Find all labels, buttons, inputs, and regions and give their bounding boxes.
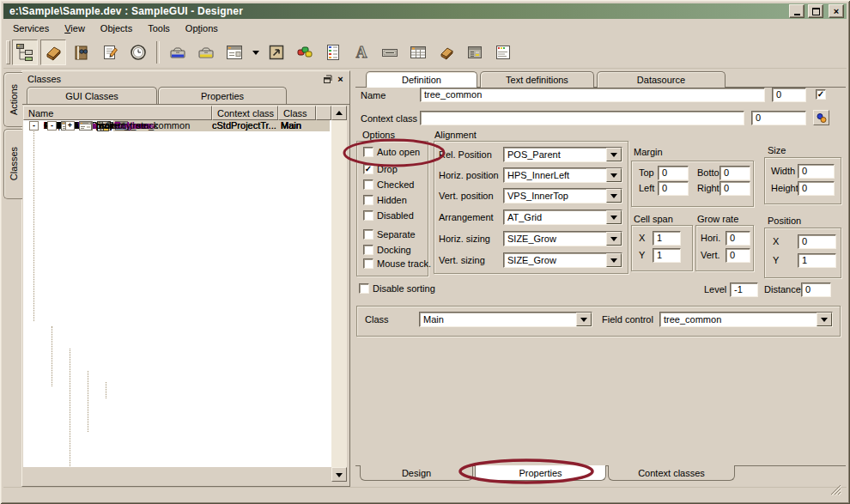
toolbar-dropdown-button[interactable] (250, 40, 261, 64)
menu-item-tools[interactable]: Tools (140, 21, 178, 35)
combo-class[interactable]: Main (419, 312, 592, 327)
toolbar-button-class-tree[interactable] (12, 39, 38, 65)
combo-dropdown-button[interactable] (606, 189, 622, 203)
position-input-y[interactable]: 1 (798, 253, 836, 268)
size-input-width[interactable]: 0 (798, 164, 835, 179)
close-button[interactable]: × (829, 4, 844, 18)
collapse-minus-icon[interactable]: - (47, 121, 57, 131)
checkbox-disable-sorting[interactable] (359, 283, 369, 294)
toolbar-button-grid-window[interactable] (462, 39, 488, 65)
resize-grip-icon[interactable] (830, 484, 841, 495)
scrollbar-track[interactable] (331, 120, 347, 467)
bottom-tab-context-classes[interactable]: Context classes (608, 465, 735, 481)
combo-horiz-sizing[interactable]: SIZE_Grow (503, 231, 622, 246)
toolbar-button-colors[interactable] (292, 39, 318, 65)
toolbar-button-zoom-window[interactable] (264, 39, 289, 65)
context-class-picker-button[interactable] (813, 110, 829, 125)
tab-text-definitions[interactable]: Text definitions (480, 71, 594, 88)
checkbox-hidden[interactable] (363, 195, 373, 205)
combo-vert-position[interactable]: VPS_InnerTop (503, 188, 622, 203)
toolbar-button-table[interactable] (405, 39, 431, 65)
collapse-minus-icon[interactable]: - (29, 121, 39, 131)
panel-tab-properties[interactable]: Properties (158, 87, 287, 104)
margin-input-right[interactable]: 0 (719, 181, 750, 196)
combo-dropdown-button[interactable] (576, 313, 592, 326)
maximize-button[interactable] (808, 4, 823, 18)
float-panel-button[interactable] (321, 73, 334, 85)
minimize-button[interactable] (789, 4, 804, 18)
close-panel-button[interactable]: × (334, 73, 347, 85)
toolbar-button-clock[interactable] (125, 39, 151, 65)
toolbar-button-eraser-small[interactable] (434, 39, 459, 65)
checkbox-checked[interactable] (363, 179, 373, 190)
toolbar-button-dialog-window[interactable] (490, 39, 516, 65)
field-control-label: Field control (602, 314, 653, 325)
combo-arrangement[interactable]: AT_Grid (503, 209, 622, 225)
toolbar-button-form-window-lg[interactable] (222, 39, 247, 65)
edit-document-icon (100, 43, 119, 62)
grow-rate-input-hori[interactable]: 0 (726, 231, 750, 246)
column-header-class[interactable]: Class (278, 106, 316, 120)
toolbar-button-eraser[interactable] (40, 39, 66, 65)
name-checkbox[interactable]: ✓ (816, 89, 826, 100)
combo-horiz-position[interactable]: HPS_InnerLeft (503, 167, 622, 183)
toolbar-button-drawer-yellow[interactable] (193, 39, 219, 65)
toolbar-button-drawer-blue[interactable] (165, 39, 191, 65)
combo-vert-sizing[interactable]: SIZE_Grow (503, 252, 622, 268)
checkbox-disabled[interactable] (363, 210, 373, 221)
combo-dropdown-button[interactable] (817, 313, 832, 326)
margin-input-left[interactable]: 0 (658, 181, 689, 196)
menu-item-services[interactable]: Services (5, 21, 57, 35)
tree-guide-line (33, 125, 34, 321)
combo-dropdown-button[interactable] (606, 148, 622, 161)
combo-dropdown-button[interactable] (606, 232, 622, 246)
bottom-tab-properties[interactable]: Properties (475, 465, 606, 481)
grow-rate-input-vert[interactable]: 0 (726, 248, 750, 263)
margin-input-bottom[interactable]: 0 (719, 166, 750, 180)
scroll-down-button[interactable] (331, 467, 347, 482)
column-header-name[interactable]: Name (23, 106, 212, 120)
checkbox-separate[interactable] (363, 229, 373, 240)
grow-rate-group-title: Grow rate (697, 214, 738, 224)
expand-plus-icon[interactable]: + (65, 121, 75, 131)
dock-tab-classes[interactable]: Classes (3, 129, 22, 199)
combo-field-control[interactable]: tree_common (659, 312, 833, 327)
combo-dropdown-button[interactable] (606, 168, 622, 182)
combo-dropdown-button[interactable] (606, 210, 622, 224)
toolbar-gripper[interactable] (6, 40, 10, 64)
toolbar-button-report[interactable] (320, 39, 346, 65)
toolbar-button-font-a[interactable]: A (349, 39, 374, 65)
context-number-input[interactable]: 0 (751, 111, 806, 125)
checkbox-mouse-track[interactable] (363, 258, 373, 269)
toolbar-button-button-widget-lg[interactable] (377, 39, 403, 65)
position-input-x[interactable]: 0 (798, 234, 836, 249)
name-input[interactable]: tree_common (420, 88, 765, 102)
cell-span-input-y[interactable]: 1 (653, 248, 681, 263)
dock-tab-actions[interactable]: Actions (3, 72, 22, 127)
checkbox-auto-open[interactable] (363, 147, 373, 157)
combo-dropdown-button[interactable] (606, 253, 622, 267)
menu-item-options[interactable]: Options (178, 21, 226, 35)
scroll-up-button[interactable] (331, 106, 347, 120)
tab-datasource[interactable]: Datasource (597, 71, 726, 88)
menu-item-view[interactable]: View (57, 21, 93, 35)
checkbox-drop[interactable]: ✓ (363, 164, 373, 174)
column-header-context-class[interactable]: Context class (212, 106, 278, 120)
panel-tab-gui-classes[interactable]: GUI Classes (27, 87, 157, 104)
tab-definition[interactable]: Definition (366, 71, 477, 88)
cell-span-input-x[interactable]: 1 (653, 231, 681, 246)
level-input[interactable]: -1 (730, 282, 758, 297)
name-number-input[interactable]: 0 (772, 88, 806, 102)
size-input-height[interactable]: 0 (798, 181, 835, 196)
distance-input[interactable]: 0 (801, 282, 831, 297)
toolbar-button-book-glasses[interactable] (69, 39, 94, 65)
report-icon (324, 43, 343, 62)
toolbar-button-edit-document[interactable] (97, 39, 123, 65)
margin-input-top[interactable]: 0 (658, 166, 689, 180)
combo-rel-position[interactable]: POS_Parent (503, 147, 622, 162)
bottom-tab-design[interactable]: Design (360, 465, 473, 481)
menu-item-objects[interactable]: Objects (93, 21, 140, 35)
context-class-input[interactable] (420, 111, 744, 125)
column-header-filler (316, 106, 331, 120)
checkbox-docking[interactable] (363, 245, 373, 255)
